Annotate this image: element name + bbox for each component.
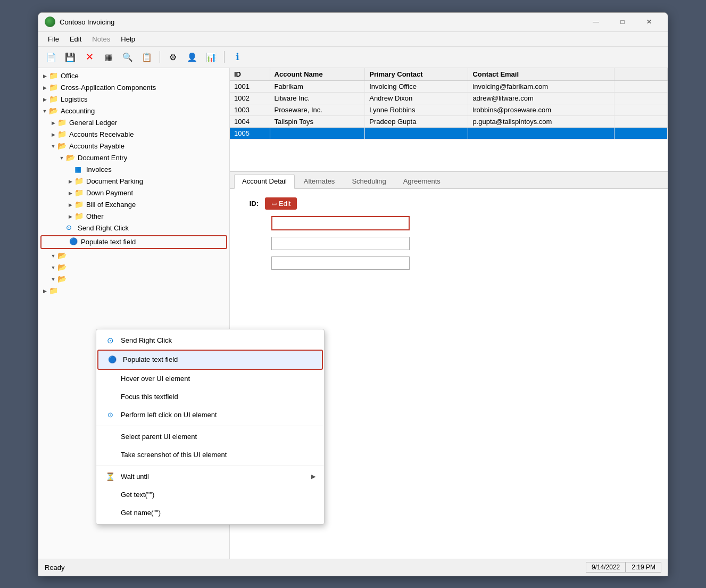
ctx-get-name[interactable]: Get name("")	[96, 504, 324, 522]
menu-edit[interactable]: Edit	[64, 34, 87, 44]
menu-file[interactable]: File	[43, 34, 64, 44]
ctx-perform-left-click[interactable]: ⊙ Perform left click on UI element	[96, 406, 324, 424]
click-icon: ⊙	[105, 410, 115, 420]
cell-name: Tailspin Toys	[270, 115, 365, 127]
tab-agreements[interactable]: Agreements	[395, 174, 448, 188]
cell-extra	[614, 104, 668, 115]
save-button[interactable]: 💾	[62, 49, 79, 65]
sidebar-item-g4[interactable]: ▶ 📁	[38, 285, 229, 297]
folder-icon: 📂	[57, 275, 67, 284]
expand-icon: ▶	[66, 189, 74, 197]
cell-extra	[614, 115, 668, 127]
ctx-hover-over[interactable]: Hover over UI element	[96, 370, 324, 388]
close-button[interactable]: ✕	[637, 14, 661, 29]
table-row[interactable]: 1002 Litware Inc. Andrew Dixon adrew@lit…	[230, 92, 668, 104]
sidebar-item-label: Populate text field	[81, 238, 136, 246]
context-menu: ⊙ Send Right Click 🔵 Populate text field…	[96, 329, 325, 525]
note-button[interactable]: 📋	[138, 49, 155, 65]
export-button[interactable]: 📊	[203, 49, 220, 65]
sidebar-item-accounts-payable[interactable]: ▼ 📂 Accounts Payable	[38, 140, 229, 152]
sidebar-item-label: Accounts Receivable	[69, 130, 134, 138]
tab-alternates[interactable]: Alternates	[296, 174, 343, 188]
contact-input[interactable]	[271, 256, 410, 270]
ctx-get-text[interactable]: Get text("")	[96, 486, 324, 504]
table-row[interactable]: 1003 Proseware, Inc. Lynne Robbins lrobb…	[230, 104, 668, 115]
right-click-icon: ⊙	[105, 335, 115, 346]
grid-button[interactable]: ▦	[100, 49, 117, 65]
sidebar-item-g2[interactable]: ▼ 📂	[38, 262, 229, 274]
expand-icon: ▼	[49, 263, 57, 272]
new-button[interactable]: 📄	[43, 49, 60, 65]
ctx-take-screenshot[interactable]: Take screenshot of this UI element	[96, 446, 324, 464]
cell-contact: Invoicing Office	[365, 80, 468, 92]
sidebar-item-office[interactable]: ▶ 📁 Office	[38, 70, 229, 82]
menu-notes[interactable]: Notes	[87, 34, 115, 44]
statusbar-right: 9/14/2022 2:19 PM	[586, 562, 661, 573]
cell-name: Fabrikam	[270, 80, 365, 92]
menu-help[interactable]: Help	[115, 34, 140, 44]
sidebar-item-other[interactable]: ▶ 📁 Other	[38, 211, 229, 222]
maximize-button[interactable]: □	[610, 14, 635, 29]
folder-icon: 📁	[49, 71, 59, 81]
table-row-selected[interactable]: 1005	[230, 127, 668, 139]
menubar: File Edit Notes Help	[38, 32, 668, 47]
sidebar-item-general-ledger[interactable]: ▶ 📁 General Ledger	[38, 117, 229, 129]
tab-scheduling[interactable]: Scheduling	[344, 174, 394, 188]
ctx-wait-until[interactable]: ⏳ Wait until ▶	[96, 468, 324, 486]
accounts-table: ID Account Name Primary Contact Contact …	[230, 68, 668, 139]
expand-icon: ▶	[40, 72, 49, 80]
folder-icon: 📁	[74, 200, 84, 210]
sidebar-item-bill-of-exchange[interactable]: ▶ 📁 Bill of Exchange	[38, 199, 229, 211]
sidebar-item-down-payment[interactable]: ▶ 📁 Down Payment	[38, 187, 229, 199]
sidebar-item-invoices[interactable]: ▦ Invoices	[38, 164, 229, 176]
cell-contact: Andrew Dixon	[365, 92, 468, 104]
ctx-select-parent[interactable]: Select parent UI element	[96, 428, 324, 446]
sidebar-item-send-right-click[interactable]: ⊙ Send Right Click	[38, 222, 229, 234]
sidebar-item-label: Invoices	[86, 165, 112, 173]
table-row[interactable]: 1004 Tailspin Toys Pradeep Gupta p.gupta…	[230, 115, 668, 127]
sidebar-item-accounts-receivable[interactable]: ▶ 📁 Accounts Receivable	[38, 129, 229, 140]
user-button[interactable]: 👤	[184, 49, 201, 65]
expand-icon: ▶	[66, 201, 74, 209]
id-input[interactable]	[271, 216, 410, 230]
ctx-separator	[96, 426, 324, 426]
sidebar-item-cross-app[interactable]: ▶ 📁 Cross-Application Components	[38, 82, 229, 94]
empty-icon	[105, 508, 115, 518]
cell-id: 1003	[230, 104, 270, 115]
tab-account-detail[interactable]: Account Detail	[234, 174, 295, 189]
sidebar-item-document-entry[interactable]: ▼ 📂 Document Entry	[38, 152, 229, 164]
sidebar-item-accounting[interactable]: ▼ 📂 Accounting	[38, 105, 229, 117]
delete-button[interactable]: ✕	[81, 49, 98, 65]
search-button[interactable]: 🔍	[119, 49, 136, 65]
ctx-send-right-click[interactable]: ⊙ Send Right Click	[96, 332, 324, 350]
cell-id: 1002	[230, 92, 270, 104]
sidebar-item-logistics[interactable]: ▶ 📁 Logistics	[38, 94, 229, 105]
sidebar-item-label: Other	[86, 212, 104, 220]
ctx-focus-textfield[interactable]: Focus this textfield	[96, 388, 324, 406]
sidebar-item-label: Accounting	[61, 107, 95, 115]
name-input[interactable]	[271, 237, 410, 250]
sidebar-item-g3[interactable]: ▼ 📂	[38, 274, 229, 285]
accounts-table-area: ID Account Name Primary Contact Contact …	[230, 68, 668, 172]
sidebar-item-document-parking[interactable]: ▶ 📁 Document Parking	[38, 176, 229, 187]
folder-icon: 📁	[74, 177, 84, 186]
sidebar-item-g1[interactable]: ▼ 📂	[38, 250, 229, 262]
edit-button[interactable]: ▭ Edit	[265, 197, 297, 210]
sidebar-item-label: Cross-Application Components	[61, 84, 156, 92]
ctx-item-label: Hover over UI element	[121, 375, 190, 383]
cell-name	[270, 127, 365, 139]
cell-contact: Lynne Robbins	[365, 104, 468, 115]
cell-id: 1001	[230, 80, 270, 92]
minimize-button[interactable]: —	[584, 14, 608, 29]
ctx-item-label: Perform left click on UI element	[121, 411, 217, 419]
edit-icon: ▭	[271, 200, 277, 207]
detail-content: ID: ▭ Edit	[230, 189, 668, 278]
table-row[interactable]: 1001 Fabrikam Invoicing Office invoicing…	[230, 80, 668, 92]
col-account-name: Account Name	[270, 68, 365, 81]
info-button[interactable]: ℹ	[229, 49, 246, 65]
toolbar: 📄 💾 ✕ ▦ 🔍 📋 ⚙ 👤 📊 ℹ	[38, 47, 668, 68]
folder-icon: 📁	[49, 286, 59, 296]
settings-button[interactable]: ⚙	[164, 49, 181, 65]
ctx-populate-text-field[interactable]: 🔵 Populate text field	[97, 350, 323, 370]
sidebar-item-populate-text[interactable]: 🔵 Populate text field	[40, 235, 227, 249]
